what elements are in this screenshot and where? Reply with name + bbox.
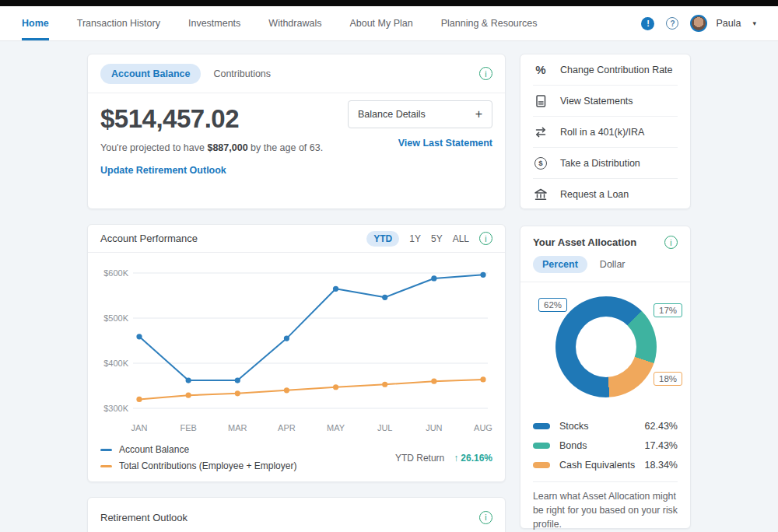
user-name[interactable]: Paula: [716, 18, 741, 29]
ytd-return-label: YTD Return: [395, 453, 444, 464]
update-retirement-outlook-link[interactable]: Update Retirement Outlook: [100, 165, 226, 176]
legend-value: 17.43%: [645, 440, 678, 451]
balance-card-header: Account Balance Contributions i: [88, 54, 505, 93]
legend-total-contributions: Total Contributions (Employee + Employer…: [100, 460, 296, 471]
nav-item-planning-resources[interactable]: Planning & Resources: [441, 6, 538, 40]
chevron-down-icon[interactable]: ▾: [752, 19, 756, 27]
main-navbar: Home Transaction History Investments Wit…: [0, 6, 778, 41]
svg-text:JUN: JUN: [426, 423, 442, 432]
range-ytd[interactable]: YTD: [366, 231, 399, 247]
info-icon[interactable]: i: [664, 236, 678, 249]
projection-prefix: You're projected to have: [100, 142, 207, 153]
svg-text:$600K: $600K: [103, 268, 128, 278]
allocation-donut-chart: [555, 296, 657, 397]
projection-amount: $887,000: [207, 142, 247, 153]
legend-label: Total Contributions (Employee + Employer…: [119, 460, 296, 471]
dollar-circle-icon: $: [533, 157, 548, 170]
tab-dollar[interactable]: Dollar: [600, 259, 626, 270]
outlook-card-header: Retirement Outlook i: [88, 498, 505, 532]
donut-chart-area: 62% 17% 18%: [520, 282, 690, 415]
legend-row-cash-equivalents: Cash Equivalents 18.34%: [533, 455, 678, 474]
callout-stocks: 62%: [538, 298, 567, 312]
nav-item-withdrawals[interactable]: Withdrawals: [268, 6, 321, 40]
alert-badge-icon[interactable]: !: [641, 17, 654, 30]
nav-item-home[interactable]: Home: [22, 6, 49, 40]
range-5y[interactable]: 5Y: [431, 233, 443, 244]
nav-right: ! ? Paula ▾: [641, 15, 756, 32]
performance-title: Account Performance: [100, 233, 198, 244]
legend-row-stocks: Stocks 62.43%: [533, 416, 678, 436]
action-label: Roll in a 401(k)/IRA: [560, 127, 644, 138]
svg-text:JAN: JAN: [131, 423, 148, 432]
retirement-outlook-card: Retirement Outlook i: [87, 497, 506, 532]
document-icon: [533, 94, 548, 108]
nav-item-transaction-history[interactable]: Transaction History: [77, 6, 160, 40]
legend-swatch-blue: [100, 449, 112, 451]
allocation-tabs: Percent Dollar: [533, 256, 678, 273]
outlook-title: Retirement Outlook: [100, 512, 187, 523]
action-label: Take a Distribution: [560, 158, 640, 169]
range-selector: YTD 1Y 5Y ALL: [366, 231, 469, 247]
view-last-statement-link[interactable]: View Last Statement: [398, 138, 492, 149]
svg-text:MAR: MAR: [228, 423, 247, 432]
legend-row-bonds: Bonds 17.43%: [533, 436, 678, 455]
arrow-up-icon: ↑: [454, 453, 458, 464]
tab-percent[interactable]: Percent: [533, 256, 587, 273]
allocation-card-header: Your Asset Allocation i Percent Dollar: [520, 226, 690, 282]
ytd-return-percent: 26.16%: [461, 453, 492, 464]
swatch-cash: [533, 462, 550, 468]
top-black-bar: [0, 0, 778, 6]
callout-bonds: 17%: [654, 303, 682, 317]
legend-value: 18.34%: [645, 460, 678, 471]
allocation-legend: Stocks 62.43% Bonds 17.43% Cash Equivale…: [520, 415, 690, 474]
asset-allocation-card: Your Asset Allocation i Percent Dollar 6…: [520, 226, 691, 529]
action-request-a-loan[interactable]: Request a Loan: [533, 179, 678, 210]
svg-text:JUL: JUL: [377, 423, 393, 432]
performance-chart-area: $600K$500K$400K$300KJANFEBMARAPRMAYJULJU…: [88, 253, 505, 441]
chart-footer: Account Balance Total Contributions (Emp…: [88, 441, 505, 471]
legend-label: Stocks: [559, 421, 589, 432]
action-take-a-distribution[interactable]: $ Take a Distribution: [533, 148, 678, 179]
avatar[interactable]: [690, 15, 707, 32]
main-column: Account Balance Contributions i $514,457…: [87, 54, 506, 532]
nav-item-about-my-plan[interactable]: About My Plan: [349, 6, 412, 40]
action-label: View Statements: [560, 96, 633, 107]
donut-hole: [576, 317, 636, 377]
info-icon[interactable]: i: [479, 511, 492, 524]
tab-account-balance[interactable]: Account Balance: [100, 64, 201, 84]
action-view-statements[interactable]: View Statements: [533, 86, 678, 117]
range-all[interactable]: ALL: [453, 233, 469, 244]
tab-contributions[interactable]: Contributions: [213, 68, 271, 79]
nav-item-investments[interactable]: Investments: [188, 6, 240, 40]
balance-details-button[interactable]: Balance Details +: [348, 100, 492, 128]
allocation-title: Your Asset Allocation: [533, 236, 636, 248]
range-1y[interactable]: 1Y: [409, 233, 421, 244]
callout-cash: 18%: [654, 372, 682, 386]
plus-icon: +: [475, 107, 482, 121]
svg-text:$500K: $500K: [103, 313, 128, 323]
swatch-stocks: [533, 423, 550, 429]
action-roll-in-401k-ira[interactable]: Roll in a 401(k)/IRA: [533, 117, 678, 148]
swatch-bonds: [533, 443, 550, 449]
legend-swatch-orange: [100, 465, 112, 467]
svg-text:FEB: FEB: [180, 423, 196, 432]
action-change-contribution-rate[interactable]: % Change Contribution Rate: [533, 54, 678, 86]
performance-card-header: Account Performance YTD 1Y 5Y ALL i: [88, 225, 505, 253]
action-label: Request a Loan: [560, 189, 629, 200]
ytd-return: YTD Return ↑ 26.16%: [395, 453, 492, 464]
nav-items: Home Transaction History Investments Wit…: [22, 6, 537, 40]
info-icon[interactable]: i: [479, 232, 492, 245]
ytd-return-value: ↑ 26.16%: [454, 453, 492, 464]
legend-label: Bonds: [559, 440, 587, 451]
swap-arrows-icon: [533, 125, 548, 139]
help-icon[interactable]: ?: [666, 17, 678, 30]
bank-icon: [533, 187, 548, 201]
legend-label: Cash Equivalents: [559, 460, 635, 471]
svg-text:MAY: MAY: [327, 423, 345, 432]
balance-card-body: $514,457.02 You're projected to have $88…: [88, 93, 505, 209]
info-icon[interactable]: i: [479, 67, 492, 80]
legend-label: Account Balance: [119, 444, 189, 455]
balance-details-label: Balance Details: [358, 109, 426, 120]
performance-line-chart: $600K$500K$400K$300KJANFEBMARAPRMAYJULJU…: [100, 261, 494, 438]
svg-text:$300K: $300K: [103, 404, 128, 413]
